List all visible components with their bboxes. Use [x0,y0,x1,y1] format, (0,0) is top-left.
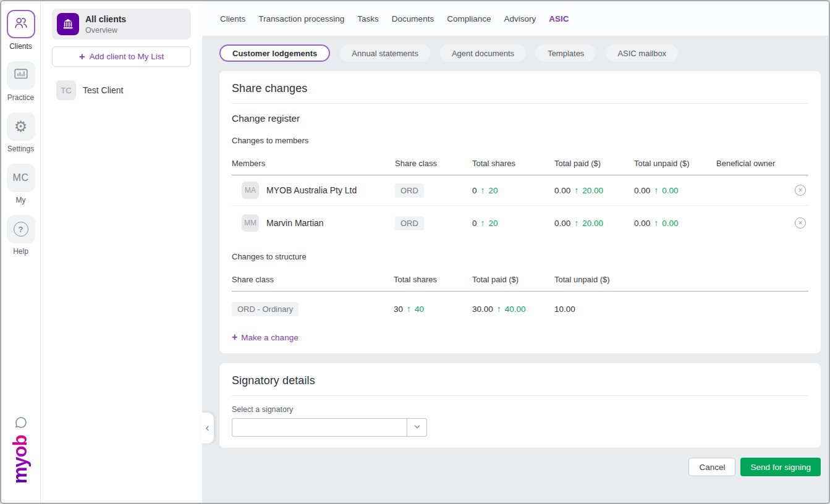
subtab-asic-mailbox[interactable]: ASIC mailbox [606,44,678,62]
remove-member-icon[interactable]: × [795,217,806,229]
card-title: Signatory details [232,374,808,387]
make-a-change-button[interactable]: + Make a change [232,332,299,342]
make-a-change-label: Make a change [241,333,298,342]
client-avatar: TC [56,80,76,100]
increase-arrow-icon: ↑ [574,185,578,195]
gear-icon: ⚙ [14,119,28,134]
client-name: Test Client [83,85,123,95]
tab-transaction-processing[interactable]: Transaction processing [258,14,344,23]
content-area: Customer lodgements Annual statements Ag… [202,36,829,503]
plus-icon: + [232,332,237,342]
col-total-paid: Total paid ($) [554,159,634,168]
subtab-customer-lodgements[interactable]: Customer lodgements [219,44,330,62]
col-total-paid: Total paid ($) [472,275,554,284]
tab-asic[interactable]: ASIC [549,14,569,23]
col-share-class: Share class [395,159,472,168]
footer-actions: Cancel Send for signing [219,458,821,476]
settings-button[interactable]: ⚙ [7,112,35,141]
share-changes-card: Share changes Change register Changes to… [219,71,821,353]
rail-item-clients[interactable]: Clients [7,10,35,51]
signatory-input[interactable] [232,418,407,437]
app-window: Clients Practice ⚙ Settings MC [0,0,830,504]
question-mark-icon: ? [14,222,28,237]
col-total-unpaid: Total unpaid ($) [554,275,808,284]
structure-table-header: Share class Total shares Total paid ($) … [232,275,808,292]
top-nav: Clients Transaction processing Tasks Doc… [202,1,829,36]
selected-client-title: All clients [85,14,126,24]
subtab-annual-statements[interactable]: Annual statements [340,44,430,62]
icon-rail: Clients Practice ⚙ Settings MC [1,1,41,503]
my-account-button[interactable]: MC [7,164,35,192]
practice-button[interactable] [7,61,35,90]
chevron-left-icon: ‹ [206,422,210,433]
share-class-badge: ORD - Ordinary [232,302,299,316]
add-client-button[interactable]: + Add client to My List [52,46,191,67]
changes-to-structure-label: Changes to structure [232,252,808,261]
card-title: Share changes [232,82,808,95]
increase-arrow-icon: ↑ [481,218,485,228]
subtab-templates[interactable]: Templates [536,44,596,62]
structure-row: ORD - Ordinary 30 ↑ 40 30.00 ↑ 40.00 10.… [232,292,808,326]
tab-documents[interactable]: Documents [392,14,434,23]
rail-item-help[interactable]: ? Help [7,215,35,256]
collapse-panel-handle[interactable]: ‹ [201,413,214,443]
divider [232,395,808,396]
member-row: MM Marvin Martian ORD 0 ↑ 20 0.00 ↑ 20.0… [232,206,808,240]
chevron-down-icon [413,422,421,433]
main-area: Clients Transaction processing Tasks Doc… [202,1,829,503]
chat-button[interactable] [14,415,28,432]
rail-label-help: Help [13,247,28,256]
tab-compliance[interactable]: Compliance [447,14,491,23]
send-for-signing-button[interactable]: Send for signing [740,458,821,476]
selected-client-card[interactable]: All clients Overview [52,9,191,40]
change-register-title: Change register [232,113,808,124]
total-shares-value: 30 ↑ 40 [394,304,472,314]
rail-item-practice[interactable]: Practice [7,61,35,102]
total-paid-value: 0.00 ↑ 20.00 [554,185,634,195]
total-shares-value: 0 ↑ 20 [472,185,554,195]
remove-member-icon[interactable]: × [795,185,806,196]
cancel-button[interactable]: Cancel [688,458,735,476]
total-paid-value: 30.00 ↑ 40.00 [472,304,554,314]
share-class-badge: ORD [395,183,424,198]
subtab-agent-documents[interactable]: Agent documents [440,44,526,62]
col-total-shares: Total shares [394,275,472,284]
member-name: Marvin Martian [266,218,324,228]
col-beneficial-owner: Beneficial owner [716,159,784,168]
rail-label-clients: Clients [9,42,32,51]
member-name: MYOB Australia Pty Ltd [266,185,357,195]
tab-advisory[interactable]: Advisory [504,14,536,23]
clients-button[interactable] [7,10,35,38]
increase-arrow-icon: ↑ [407,304,411,314]
rail-label-practice: Practice [7,93,34,102]
rail-item-my[interactable]: MC My [7,164,35,204]
col-total-shares: Total shares [472,159,554,168]
rail-label-settings: Settings [7,145,34,153]
col-total-unpaid: Total unpaid ($) [634,159,716,168]
tab-tasks[interactable]: Tasks [357,14,379,23]
signatory-dropdown-button[interactable] [407,418,427,437]
help-button[interactable]: ? [7,215,35,243]
total-unpaid-value: 10.00 [554,304,808,314]
share-class-badge: ORD [395,216,424,230]
member-avatar: MM [242,214,259,232]
client-panel: All clients Overview + Add client to My … [41,1,202,503]
total-shares-value: 0 ↑ 20 [472,218,554,228]
col-members: Members [232,159,395,168]
increase-arrow-icon: ↑ [497,304,501,314]
selected-client-subtitle: Overview [85,26,126,35]
signatory-details-card: Signatory details Select a signatory [219,363,821,448]
client-list-item[interactable]: TC Test Client [52,80,191,100]
user-initials: MC [13,172,29,183]
increase-arrow-icon: ↑ [481,185,485,195]
members-table-header: Members Share class Total shares Total p… [232,159,808,175]
asic-subtabs: Customer lodgements Annual statements Ag… [219,44,821,62]
add-client-label: Add client to My List [90,52,164,61]
rail-item-settings[interactable]: ⚙ Settings [7,112,35,153]
member-row: MA MYOB Australia Pty Ltd ORD 0 ↑ 20 0.0… [232,175,808,206]
tab-clients[interactable]: Clients [220,14,245,23]
chat-bubble-icon [14,421,28,432]
increase-arrow-icon: ↑ [654,218,658,228]
plus-icon: + [79,51,85,62]
total-unpaid-value: 0.00 ↑ 0.00 [634,218,716,228]
